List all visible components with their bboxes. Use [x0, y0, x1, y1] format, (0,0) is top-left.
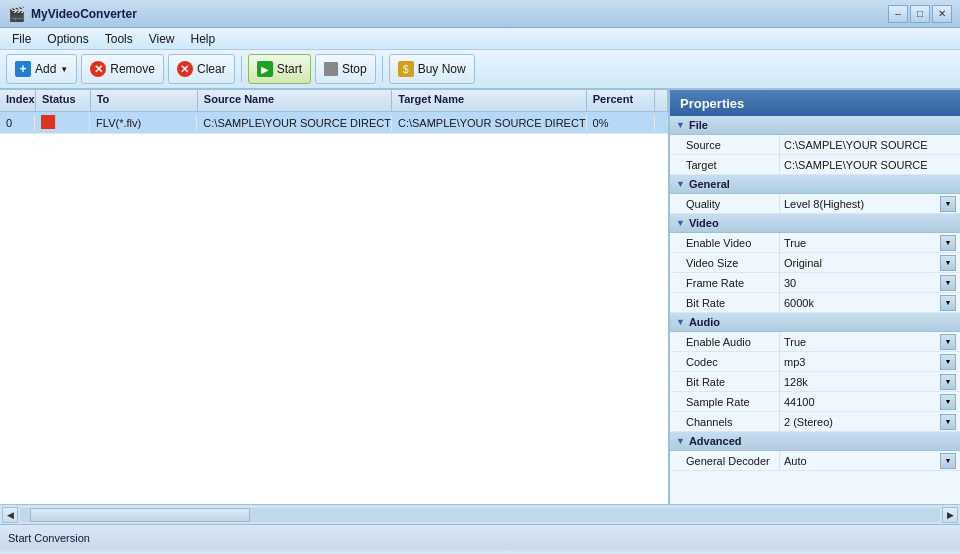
start-icon: ▶ — [257, 61, 273, 77]
prop-sample-rate-label: Sample Rate — [670, 392, 780, 411]
bit-rate-video-dropdown[interactable] — [940, 295, 956, 311]
cell-percent: 0% — [587, 115, 655, 131]
scroll-right-button[interactable]: ▶ — [942, 507, 958, 523]
prop-sample-rate-value: 44100 — [784, 396, 940, 408]
cell-status — [35, 113, 90, 133]
prop-source-value-wrapper: C:\SAMPLE\YOUR SOURCE — [780, 139, 960, 151]
list-body: 0 FLV(*.flv) C:\SAMPLE\YOUR SOURCE DIREC… — [0, 112, 668, 504]
prop-video-size-label: Video Size — [670, 253, 780, 272]
collapse-file-icon[interactable]: ▼ — [676, 120, 685, 130]
prop-bit-rate-audio-wrapper: 128k — [780, 374, 960, 390]
prop-codec-wrapper: mp3 — [780, 354, 960, 370]
col-header-to: To — [91, 90, 198, 111]
prop-frame-rate: Frame Rate 30 — [670, 273, 960, 293]
bit-rate-audio-dropdown[interactable] — [940, 374, 956, 390]
start-button[interactable]: ▶ Start — [248, 54, 311, 84]
prop-general-decoder: General Decoder Auto — [670, 451, 960, 471]
prop-bit-rate-audio: Bit Rate 128k — [670, 372, 960, 392]
stop-button[interactable]: Stop — [315, 54, 376, 84]
prop-channels-wrapper: 2 (Stereo) — [780, 414, 960, 430]
prop-bit-rate-audio-label: Bit Rate — [670, 372, 780, 391]
prop-quality-value-wrapper: Level 8(Highest) — [780, 196, 960, 212]
status-indicator — [41, 115, 55, 129]
collapse-general-icon[interactable]: ▼ — [676, 179, 685, 189]
file-list-area: Index Status To Source Name Target Name … — [0, 90, 670, 504]
remove-icon: ✕ — [90, 61, 106, 77]
general-decoder-dropdown[interactable] — [940, 453, 956, 469]
close-button[interactable]: ✕ — [932, 5, 952, 23]
col-header-extra — [655, 90, 668, 111]
prop-codec-label: Codec — [670, 352, 780, 371]
title-bar-left: 🎬 MyVideoConverter — [8, 6, 137, 22]
menu-tools[interactable]: Tools — [97, 30, 141, 48]
prop-channels: Channels 2 (Stereo) — [670, 412, 960, 432]
add-icon: + — [15, 61, 31, 77]
prop-source-value: C:\SAMPLE\YOUR SOURCE — [784, 139, 956, 151]
prop-quality-label: Quality — [670, 194, 780, 213]
buy-icon: $ — [398, 61, 414, 77]
channels-dropdown[interactable] — [940, 414, 956, 430]
prop-source-label: Source — [670, 135, 780, 154]
frame-rate-dropdown[interactable] — [940, 275, 956, 291]
enable-audio-dropdown[interactable] — [940, 334, 956, 350]
menu-view[interactable]: View — [141, 30, 183, 48]
prop-enable-video-wrapper: True — [780, 235, 960, 251]
title-bar-controls: – □ ✕ — [888, 5, 952, 23]
cell-to: FLV(*.flv) — [90, 115, 197, 131]
minimize-button[interactable]: – — [888, 5, 908, 23]
scroll-left-button[interactable]: ◀ — [2, 507, 18, 523]
prop-frame-rate-label: Frame Rate — [670, 273, 780, 292]
prop-target-label: Target — [670, 155, 780, 174]
cell-target: C:\SAMPLE\YOUR SOURCE DIRECTOR... — [392, 115, 587, 131]
status-bar: Start Conversion — [0, 524, 960, 550]
codec-dropdown[interactable] — [940, 354, 956, 370]
prop-video-size-value: Original — [784, 257, 940, 269]
table-row[interactable]: 0 FLV(*.flv) C:\SAMPLE\YOUR SOURCE DIREC… — [0, 112, 668, 134]
clear-button[interactable]: ✕ Clear — [168, 54, 235, 84]
scrollbar-area: ◀ ▶ — [0, 504, 960, 524]
prop-bit-rate-video: Bit Rate 6000k — [670, 293, 960, 313]
prop-enable-video-label: Enable Video — [670, 233, 780, 252]
list-header: Index Status To Source Name Target Name … — [0, 90, 668, 112]
remove-button[interactable]: ✕ Remove — [81, 54, 164, 84]
menu-options[interactable]: Options — [39, 30, 96, 48]
col-header-status: Status — [36, 90, 91, 111]
prop-quality: Quality Level 8(Highest) — [670, 194, 960, 214]
enable-video-dropdown[interactable] — [940, 235, 956, 251]
section-audio: ▼ Audio — [670, 313, 960, 332]
prop-quality-value: Level 8(Highest) — [784, 198, 940, 210]
buy-now-button[interactable]: $ Buy Now — [389, 54, 475, 84]
add-button[interactable]: + Add ▼ — [6, 54, 77, 84]
prop-channels-value: 2 (Stereo) — [784, 416, 940, 428]
maximize-button[interactable]: □ — [910, 5, 930, 23]
prop-general-decoder-wrapper: Auto — [780, 453, 960, 469]
scroll-thumb[interactable] — [30, 508, 250, 522]
sample-rate-dropdown[interactable] — [940, 394, 956, 410]
quality-dropdown[interactable] — [940, 196, 956, 212]
prop-enable-audio-label: Enable Audio — [670, 332, 780, 351]
cell-index: 0 — [0, 115, 35, 131]
prop-codec: Codec mp3 — [670, 352, 960, 372]
collapse-advanced-icon[interactable]: ▼ — [676, 436, 685, 446]
prop-channels-label: Channels — [670, 412, 780, 431]
prop-video-size-wrapper: Original — [780, 255, 960, 271]
status-text: Start Conversion — [8, 532, 90, 544]
properties-body: ▼ File Source C:\SAMPLE\YOUR SOURCE Targ… — [670, 116, 960, 504]
col-header-target: Target Name — [392, 90, 586, 111]
prop-bit-rate-video-value: 6000k — [784, 297, 940, 309]
prop-general-decoder-value: Auto — [784, 455, 940, 467]
collapse-video-icon[interactable]: ▼ — [676, 218, 685, 228]
section-general: ▼ General — [670, 175, 960, 194]
collapse-audio-icon[interactable]: ▼ — [676, 317, 685, 327]
video-size-dropdown[interactable] — [940, 255, 956, 271]
prop-source: Source C:\SAMPLE\YOUR SOURCE — [670, 135, 960, 155]
prop-bit-rate-video-label: Bit Rate — [670, 293, 780, 312]
scroll-track[interactable] — [20, 508, 940, 522]
section-advanced: ▼ Advanced — [670, 432, 960, 451]
menu-help[interactable]: Help — [183, 30, 224, 48]
prop-sample-rate: Sample Rate 44100 — [670, 392, 960, 412]
col-header-index: Index — [0, 90, 36, 111]
menu-file[interactable]: File — [4, 30, 39, 48]
prop-target-value-wrapper: C:\SAMPLE\YOUR SOURCE — [780, 159, 960, 171]
main-area: Index Status To Source Name Target Name … — [0, 90, 960, 504]
